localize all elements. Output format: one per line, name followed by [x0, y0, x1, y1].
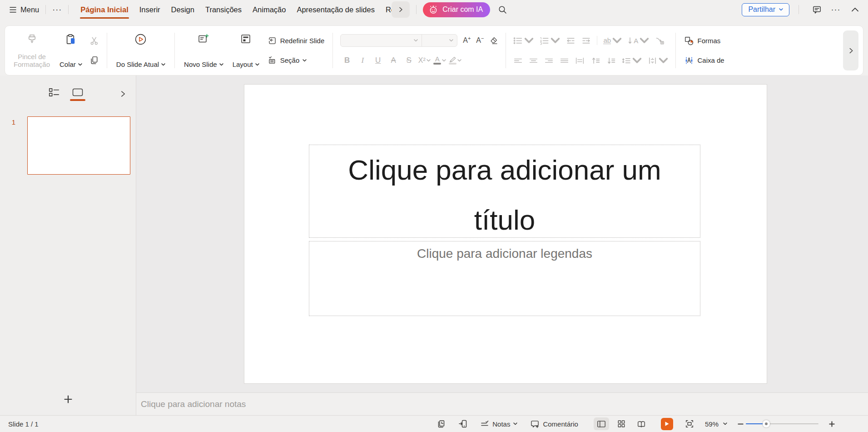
collapse-ribbon-button[interactable]: [849, 4, 861, 15]
statusbar-tools: Notas Comentário: [436, 419, 578, 428]
chevron-down-icon: [255, 63, 259, 66]
decrease-indent-button[interactable]: [566, 36, 575, 45]
from-current-slide-button[interactable]: Do Slide Atual: [112, 29, 170, 72]
align-right-button[interactable]: [544, 56, 554, 65]
character-border-button[interactable]: A: [387, 56, 400, 65]
highlight-color-button[interactable]: [448, 56, 462, 65]
create-with-ai-button[interactable]: Criar com IA: [423, 2, 490, 17]
font-color-button[interactable]: A: [433, 56, 446, 65]
zoom-out-button[interactable]: [737, 421, 744, 427]
reading-view-button[interactable]: [634, 417, 649, 430]
rehearse-timing-button[interactable]: [436, 419, 446, 428]
chevron-down-icon: [612, 36, 622, 45]
clear-formatting-button[interactable]: [489, 36, 498, 45]
reset-slide-button[interactable]: Redefinir Slide: [266, 34, 327, 48]
tab-scroll-right-button[interactable]: [392, 1, 410, 18]
chevron-down-icon: [632, 56, 642, 65]
menubar: Menu ··· Página Inicial Inserir Design T…: [0, 0, 868, 19]
distribute-text-button[interactable]: [575, 56, 585, 65]
tab-pagina-inicial[interactable]: Página Inicial: [75, 0, 134, 19]
outdent-icon: [566, 36, 575, 45]
slide-view-icon: [72, 87, 84, 97]
quick-access-more-button[interactable]: ···: [52, 5, 62, 15]
italic-button[interactable]: I: [356, 56, 369, 65]
underline-button[interactable]: U: [371, 56, 385, 65]
share-button[interactable]: Partilhar: [742, 3, 789, 16]
zoom-slider[interactable]: [746, 420, 818, 427]
decrease-font-size-button[interactable]: A−: [476, 36, 484, 45]
tab-transicoes[interactable]: Transições: [200, 0, 247, 19]
spacing-down-icon: [606, 56, 615, 65]
slide-thumbnail[interactable]: [27, 116, 130, 175]
title-placeholder[interactable]: Clique para adicionar um título: [309, 145, 700, 238]
bullets-button[interactable]: [513, 36, 534, 45]
text-orientation-button[interactable]: A: [628, 36, 649, 45]
search-button[interactable]: [496, 4, 508, 15]
subtitle-placeholder[interactable]: Clique para adicionar legendas: [309, 241, 700, 316]
zoom-in-button[interactable]: [828, 421, 835, 427]
strikethrough-button[interactable]: S: [402, 56, 416, 65]
group-divider: [675, 33, 676, 68]
font-size-select[interactable]: [422, 35, 457, 46]
shapes-button[interactable]: Formas: [682, 34, 726, 48]
cut-button[interactable]: [88, 35, 101, 47]
fit-slide-button[interactable]: [685, 419, 694, 428]
font-name-select[interactable]: [341, 35, 422, 46]
panel-expand-button[interactable]: [120, 90, 126, 97]
editor-main: Clique para adicionar um título Clique p…: [136, 75, 868, 415]
increase-indent-button[interactable]: [581, 36, 591, 45]
tab-animacao[interactable]: Animação: [247, 0, 291, 19]
align-left-button[interactable]: [513, 56, 523, 65]
new-slide-label: Novo Slide: [184, 60, 217, 68]
chevron-down-icon: [161, 63, 165, 66]
normal-view-button[interactable]: [594, 417, 609, 430]
outline-view-button[interactable]: [48, 87, 60, 101]
text-direction-button[interactable]: ab: [603, 36, 622, 45]
paste-button[interactable]: Colar: [55, 29, 87, 72]
align-center-icon: [529, 56, 538, 65]
slide-canvas[interactable]: Clique para adicionar um título Clique p…: [244, 85, 767, 383]
hamburger-icon: [9, 6, 17, 13]
tab-design[interactable]: Design: [166, 0, 200, 19]
comment-button[interactable]: Comentário: [530, 420, 578, 428]
tab-apresentacao-de-slides[interactable]: Apresentação de slides: [291, 0, 380, 19]
play-icon: [664, 421, 670, 427]
increase-font-size-button[interactable]: A+: [463, 36, 471, 45]
notes-toggle-button[interactable]: Notas: [480, 420, 517, 428]
notes-pane[interactable]: Clique para adicionar notas: [136, 392, 868, 415]
zoom-slider-thumb[interactable]: [763, 420, 770, 427]
phone-connect-button[interactable]: [458, 419, 467, 428]
text-box-label: Caixa de: [697, 56, 724, 64]
section-button[interactable]: Seção: [266, 54, 327, 67]
active-view-underline: [70, 99, 85, 101]
text-box-button[interactable]: Caixa de: [682, 54, 726, 67]
grid-view-icon: [617, 420, 625, 428]
add-slide-button[interactable]: [63, 394, 73, 404]
line-spacing-button[interactable]: [621, 56, 642, 65]
paragraph-settings-button[interactable]: [648, 56, 668, 65]
slide-sorter-view-button[interactable]: [614, 417, 629, 430]
zoom-percent-button[interactable]: 59%: [705, 420, 727, 428]
ribbon-expand-button[interactable]: [843, 30, 858, 70]
slide-view-button[interactable]: [70, 87, 85, 101]
format-painter-button[interactable]: Pincel de Formatação: [9, 29, 55, 72]
tab-inserir[interactable]: Inserir: [134, 0, 166, 19]
chevron-down-icon: [457, 59, 461, 62]
convert-to-smartart-button[interactable]: [655, 36, 665, 45]
increase-paragraph-spacing-button[interactable]: [590, 56, 600, 65]
chevron-down-icon: [551, 36, 560, 45]
new-slide-button[interactable]: Novo Slide: [179, 29, 228, 72]
comments-panel-button[interactable]: [811, 4, 823, 15]
superscript-button[interactable]: X²: [417, 56, 431, 65]
font-combos: [340, 34, 457, 47]
justify-button[interactable]: [560, 56, 569, 65]
numbering-button[interactable]: [540, 36, 560, 45]
window-more-button[interactable]: ···: [830, 4, 842, 15]
decrease-paragraph-spacing-button[interactable]: [606, 56, 615, 65]
layout-button[interactable]: Layout: [228, 29, 264, 72]
menu-button[interactable]: Menu: [9, 0, 39, 19]
slideshow-play-button[interactable]: [661, 418, 673, 430]
align-center-button[interactable]: [529, 56, 538, 65]
copy-button[interactable]: [88, 55, 101, 66]
bold-button[interactable]: B: [340, 56, 354, 65]
